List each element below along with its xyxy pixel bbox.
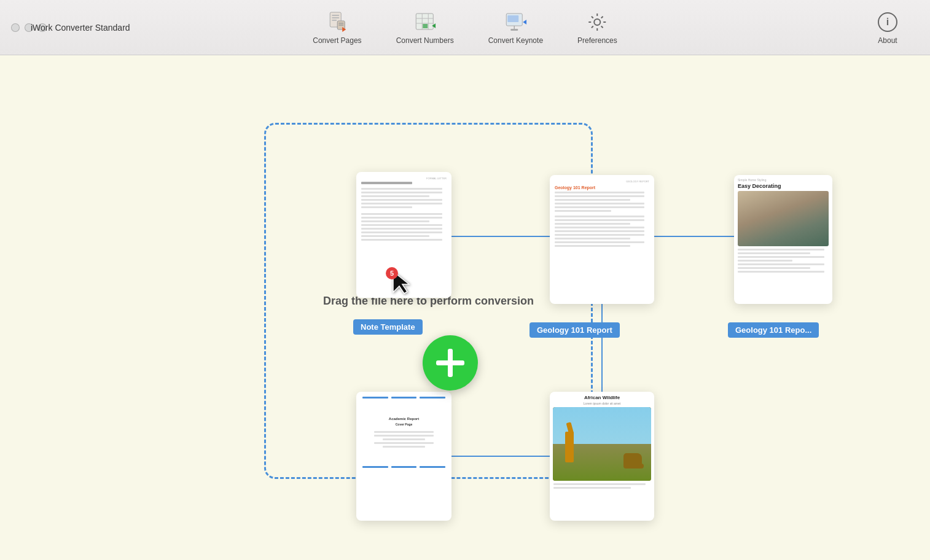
preferences-icon: [585, 10, 609, 34]
app-title: iWork Converter Standard: [31, 23, 130, 33]
doc-geology2-label: Geology 101 Repo...: [728, 322, 819, 338]
svg-marker-19: [523, 20, 526, 25]
convert-numbers-icon: [413, 10, 437, 34]
svg-rect-6: [338, 25, 343, 26]
convert-numbers-label: Convert Numbers: [396, 36, 454, 45]
cursor-badge: 5: [386, 267, 398, 279]
svg-line-26: [601, 26, 603, 28]
svg-rect-2: [332, 17, 339, 18]
convert-keynote-icon: [504, 10, 527, 34]
convert-keynote-label: Convert Keynote: [488, 36, 543, 45]
preferences-button[interactable]: Preferences: [560, 6, 635, 50]
svg-rect-13: [423, 24, 428, 28]
svg-line-27: [601, 16, 603, 18]
doc-wildlife-thumb[interactable]: African Wildlife Lorem ipsum dolor sit a…: [550, 392, 654, 521]
convert-keynote-button[interactable]: Convert Keynote: [471, 6, 560, 50]
about-icon: i: [876, 10, 899, 34]
convert-pages-button[interactable]: Convert Pages: [295, 6, 378, 50]
doc-note-label: Note Template: [353, 319, 423, 335]
preferences-label: Preferences: [577, 36, 617, 45]
doc-academic-thumb[interactable]: Academic Report Cover Page: [356, 392, 451, 521]
svg-rect-3: [332, 20, 337, 21]
svg-rect-17: [510, 29, 518, 31]
convert-pages-icon: [326, 10, 349, 34]
main-content: Drag the file here to perform conversion…: [0, 55, 930, 560]
add-files-button[interactable]: [423, 335, 478, 391]
about-label: About: [878, 36, 897, 45]
svg-line-25: [592, 16, 593, 18]
toolbar: Convert Pages Convert Numbers: [295, 6, 635, 50]
svg-rect-1: [332, 15, 339, 16]
titlebar: iWork Converter Standard Convert Pages: [0, 0, 930, 55]
svg-point-20: [594, 19, 600, 25]
svg-rect-18: [507, 15, 518, 22]
doc-decorating-thumb[interactable]: Simple Home Styling Easy Decorating: [734, 175, 832, 304]
svg-line-28: [592, 26, 593, 28]
convert-pages-label: Convert Pages: [313, 36, 361, 45]
doc-geology1-label: Geology 101 Report: [529, 322, 620, 338]
doc-geology1-thumb[interactable]: GEOLOGY REPORT Geology 101 Report: [550, 175, 654, 304]
svg-rect-5: [338, 23, 343, 24]
convert-numbers-button[interactable]: Convert Numbers: [379, 6, 471, 50]
wildlife-subtitle: Lorem ipsum dolor sit amet: [550, 402, 654, 407]
about-button[interactable]: i About: [864, 0, 912, 55]
close-button[interactable]: [11, 23, 20, 32]
svg-text:i: i: [886, 17, 889, 27]
wildlife-title: African Wildlife: [550, 392, 654, 402]
